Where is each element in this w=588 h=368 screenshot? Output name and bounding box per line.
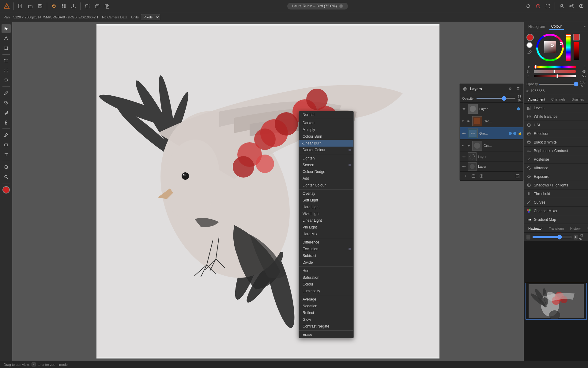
blend-divide[interactable]: Divide: [299, 259, 353, 266]
adj-recolour[interactable]: Recolour: [524, 129, 588, 138]
fill-tool-button[interactable]: [2, 163, 11, 172]
transform-tool-button[interactable]: [2, 44, 11, 53]
blend-colour-burn[interactable]: Colour Burn: [299, 133, 353, 140]
erase-button[interactable]: [2, 108, 11, 117]
blend-add[interactable]: Add: [299, 175, 353, 182]
lum-bar[interactable]: [534, 75, 576, 77]
background-swatch[interactable]: [526, 42, 533, 48]
blend-contrast-negate[interactable]: Contrast Negate: [299, 323, 353, 330]
person-icon[interactable]: [557, 2, 566, 10]
sat-bar[interactable]: [534, 70, 576, 73]
layer-visibility-sel[interactable]: [462, 131, 466, 136]
add-group-button[interactable]: [470, 173, 477, 179]
blend-screen[interactable]: Screen: [299, 162, 353, 168]
colour-wheel-container[interactable]: [536, 34, 564, 61]
layer-row-selected[interactable]: IMG Gro... 🔒: [460, 127, 523, 140]
tab-transform[interactable]: Transform: [547, 226, 566, 231]
colour-panel-expand[interactable]: ≡: [584, 25, 586, 28]
blend-reflect[interactable]: Reflect: [299, 309, 353, 316]
current-colour-swatch[interactable]: [573, 34, 580, 40]
nav-zoom-slider[interactable]: [532, 235, 572, 240]
tab-histogram[interactable]: Histogram: [526, 24, 547, 29]
blend-lighter-colour[interactable]: Lighter Colour: [299, 182, 353, 189]
node-tool-button[interactable]: [2, 34, 11, 43]
text-tool-button[interactable]: [2, 150, 11, 159]
tab-adjustment[interactable]: Adjustment: [526, 97, 547, 102]
share-icon[interactable]: [567, 2, 576, 10]
layer-expand-2[interactable]: ▼: [462, 144, 464, 147]
export-persona-icon[interactable]: [69, 2, 78, 10]
blend-colour[interactable]: Colour: [299, 281, 353, 288]
tab-brushes[interactable]: Brushes: [570, 97, 586, 102]
dodge-burn-button[interactable]: [2, 118, 11, 127]
blend-darken[interactable]: Darken: [299, 120, 353, 126]
blend-multiply[interactable]: Multiply: [299, 126, 353, 133]
tab-navigator[interactable]: Navigator: [526, 226, 545, 231]
blend-hard-mix[interactable]: Hard Mix: [299, 231, 353, 237]
clone-stamp-button[interactable]: [2, 98, 11, 107]
layers-gear-icon[interactable]: [462, 86, 468, 92]
adj-bw[interactable]: Black & White: [524, 138, 588, 147]
paint-brush-button[interactable]: [2, 88, 11, 98]
blend-luminosity[interactable]: Luminosity: [299, 288, 353, 294]
blend-vivid-light[interactable]: Vivid Light: [299, 210, 353, 217]
blend-soft-light[interactable]: Soft Light: [299, 197, 353, 204]
adj-brightness-contrast[interactable]: Brightness / Contrast: [524, 147, 588, 155]
blend-darker-colour[interactable]: Darker Colour: [299, 147, 353, 153]
close-doc-button[interactable]: ×: [339, 4, 343, 8]
blend-exclusion[interactable]: Exclusion: [299, 246, 353, 252]
blend-saturation[interactable]: Saturation: [299, 274, 353, 281]
blend-subtract[interactable]: Subtract: [299, 252, 353, 259]
selection-none-icon[interactable]: [83, 2, 92, 10]
adj-vibrance[interactable]: Vibrance: [524, 164, 588, 172]
blend-difference[interactable]: Difference: [299, 239, 353, 246]
blend-colour-dodge[interactable]: Colour Dodge: [299, 168, 353, 175]
adj-gradient-map[interactable]: Gradient Map: [524, 215, 588, 224]
layers-menu-icon[interactable]: ☰: [515, 86, 521, 92]
blend-normal[interactable]: Normal: [299, 111, 353, 118]
blend-erase[interactable]: Erase: [299, 331, 353, 338]
canvas-area[interactable]: Layers ⚙ ☰ Opacity: 73 %: [12, 22, 524, 361]
blend-average[interactable]: Average: [299, 296, 353, 303]
question-icon[interactable]: ?: [534, 2, 542, 10]
adj-levels[interactable]: Levels: [524, 104, 588, 112]
move-tool-button[interactable]: [2, 24, 11, 33]
tab-history[interactable]: History: [568, 226, 582, 231]
selection-intersect-icon[interactable]: [103, 2, 111, 10]
zoom-out-button[interactable]: −: [526, 235, 530, 240]
layer-visibility-g1[interactable]: [466, 119, 471, 124]
layer-row-group-2[interactable]: ▼ Gro...: [460, 140, 523, 152]
layer-visibility-g2[interactable]: [466, 143, 471, 148]
adj-exposure[interactable]: Exposure: [524, 172, 588, 181]
save-doc-icon[interactable]: [36, 2, 44, 10]
lasso-tool-button[interactable]: [2, 76, 11, 85]
foreground-color-swatch[interactable]: [2, 186, 10, 194]
tab-colour[interactable]: Colour: [549, 24, 564, 30]
add-layer-button[interactable]: +: [462, 173, 469, 179]
adj-curves[interactable]: Curves: [524, 198, 588, 207]
hue-bar[interactable]: [534, 66, 576, 68]
adj-shadows-highlights[interactable]: Shadows / Highlights: [524, 181, 588, 190]
crop-tool-button[interactable]: [2, 56, 11, 65]
adj-posterise[interactable]: Posterise: [524, 155, 588, 164]
blend-hard-light[interactable]: Hard Light: [299, 204, 353, 210]
blend-linear-light[interactable]: Linear Light: [299, 217, 353, 224]
expand-icon[interactable]: [544, 2, 552, 10]
zoom-in-button[interactable]: +: [574, 235, 578, 240]
open-doc-icon[interactable]: [26, 2, 35, 10]
pen-tool-button[interactable]: [2, 130, 11, 140]
develop-persona-icon[interactable]: [50, 2, 58, 10]
marquee-tool-button[interactable]: [2, 66, 11, 75]
blend-glow[interactable]: Glow: [299, 316, 353, 323]
layer-row-group-1[interactable]: ▼ Gro...: [460, 115, 523, 127]
blend-hue[interactable]: Hue: [299, 267, 353, 274]
blend-pin-light[interactable]: Pin Light: [299, 224, 353, 231]
opacity-slider[interactable]: [476, 98, 516, 99]
adj-threshold[interactable]: Threshold: [524, 190, 588, 198]
adj-hsl[interactable]: HSL: [524, 121, 588, 129]
adj-white-balance[interactable]: White Balance: [524, 112, 588, 121]
layer-row-5[interactable]: Layer: [460, 162, 523, 171]
vector-shape-button[interactable]: [2, 140, 11, 149]
layers-settings-icon[interactable]: ⚙: [507, 86, 513, 92]
layer-row-gear[interactable]: Layer: [460, 152, 523, 162]
